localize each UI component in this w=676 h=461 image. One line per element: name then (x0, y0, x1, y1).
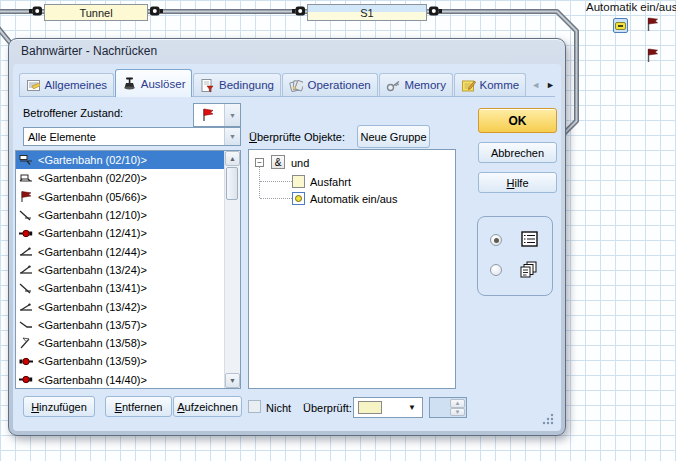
single-view-radio[interactable] (490, 234, 502, 246)
diagonal-track-icon (19, 282, 33, 295)
tab-allgemeines[interactable]: Allgemeines (19, 73, 114, 96)
aufzeichnen-button[interactable]: Aufzeichnen (173, 396, 242, 417)
spinner-down-button[interactable]: ▼ (450, 408, 465, 417)
count-spinner: ▲ ▼ (429, 397, 467, 418)
on-off-switch-icon[interactable] (613, 18, 628, 33)
rail-connector-icon (29, 5, 44, 17)
switch-pad (615, 22, 626, 30)
tab-scroll-left-icon[interactable]: ◄ (531, 80, 540, 90)
block-s1[interactable]: S1 (307, 4, 427, 21)
resize-grip[interactable] (540, 411, 555, 426)
list-view-icon (521, 231, 539, 248)
dialog-titlebar[interactable]: Bahnwärter - Nachrücken (9, 39, 565, 64)
nicht-checkbox[interactable] (248, 400, 261, 413)
tab-label: Auslöser (141, 78, 186, 90)
tree-item-label[interactable]: Ausfahrt (310, 176, 351, 188)
state-combobox[interactable]: ▼ (193, 103, 241, 127)
tab-ausloeser[interactable]: Auslöser (115, 69, 192, 97)
ueberprueft-color-combobox[interactable]: ▼ (353, 397, 423, 418)
rail-connector-icon (427, 5, 442, 17)
list-item[interactable]: <Gartenbahn (13/57)> (16, 316, 225, 334)
arrow-up-icon: ▲ (455, 400, 461, 406)
tree-connector-line (259, 167, 260, 198)
chevron-down-icon[interactable]: ▼ (224, 104, 240, 126)
list-item-label: <Gartenbahn (02/10)> (38, 154, 147, 166)
red-flag-icon[interactable] (645, 47, 660, 63)
scroll-up-button[interactable]: ▲ (225, 151, 240, 166)
tree-collapse-icon[interactable]: − (255, 158, 264, 167)
list-item[interactable]: <Gartenbahn (14/40)> (16, 371, 225, 388)
lever-icon (19, 300, 33, 313)
checked-objects-tree: − & und Ausfahrt Automatik ein/aus (248, 149, 456, 389)
list-item[interactable]: <Gartenbahn (05/66)> (16, 188, 225, 206)
tab-scroll-right-icon[interactable]: ► (546, 80, 555, 90)
tree-root-label[interactable]: und (291, 157, 309, 169)
diagonal-lever-icon (19, 318, 33, 331)
tree-connector-line (260, 198, 292, 199)
list-item[interactable]: <Gartenbahn (12/10)> (16, 206, 225, 224)
chevron-down-icon[interactable]: ▼ (224, 128, 240, 145)
yellow-state-icon (292, 175, 305, 188)
list-item[interactable]: <Gartenbahn (12/44)> (16, 242, 225, 260)
tree-connector-line (260, 181, 292, 182)
tab-label: Memory (404, 79, 446, 91)
spinner-up-button[interactable]: ▲ (450, 399, 465, 408)
block-label: S1 (360, 7, 373, 19)
elements-combobox[interactable]: Alle Elemente ▼ (23, 127, 241, 146)
ueberpruefte-objekte-label: Überprüfte Objekte: (249, 131, 345, 143)
list-item[interactable]: <Gartenbahn (13/58)> (16, 334, 225, 352)
list-item-label: <Gartenbahn (14/40)> (38, 374, 147, 386)
list-item[interactable]: <Gartenbahn (13/41)> (16, 279, 225, 297)
lever-icon (19, 245, 33, 258)
dialog-bahnwaerter-nachruecken: Bahnwärter - Nachrücken Allgemeines Ausl… (8, 38, 566, 436)
list-item-label: <Gartenbahn (13/24)> (38, 264, 147, 276)
scroll-thumb[interactable] (226, 167, 238, 200)
tab-label: Bedingung (219, 79, 274, 91)
diagonal-track-icon (19, 209, 33, 222)
gartenbahn-listbox: <Gartenbahn (02/10)> <Gartenbahn (02/20)… (15, 150, 241, 389)
key-icon (386, 78, 401, 93)
view-options-groupbox (477, 216, 553, 296)
list-item-label: <Gartenbahn (12/10)> (38, 209, 147, 221)
list-item-label: <Gartenbahn (13/58)> (38, 337, 147, 349)
tab-bar: Allgemeines Auslöser Bedingung Operation… (19, 66, 555, 97)
block-label: Tunnel (79, 7, 112, 19)
list-item[interactable]: <Gartenbahn (13/42)> (16, 297, 225, 315)
rail-connector-icon (292, 5, 307, 17)
red-signal-right-icon (19, 355, 33, 368)
tab-label: Allgemeines (44, 79, 107, 91)
list-item[interactable]: <Gartenbahn (13/24)> (16, 261, 225, 279)
and-operator-icon[interactable]: & (271, 155, 285, 169)
tab-operationen[interactable]: Operationen (282, 73, 378, 96)
color-swatch (358, 401, 382, 414)
tab-memory[interactable]: Memory (379, 73, 453, 96)
list-item[interactable]: <Gartenbahn (02/10)> (16, 151, 225, 169)
arrow-up-icon: ▲ (229, 155, 236, 162)
red-signal-left-icon (19, 227, 33, 240)
list-item[interactable]: <Gartenbahn (13/59)> (16, 352, 225, 370)
list-item-label: <Gartenbahn (13/42)> (38, 301, 147, 313)
tab-kommentar[interactable]: Komme (454, 73, 526, 96)
tree-item-label[interactable]: Automatik ein/aus (310, 193, 397, 205)
auto-indicator-icon (292, 192, 305, 205)
arrow-down-icon: ▼ (455, 409, 461, 415)
scroll-down-button[interactable]: ▼ (225, 373, 240, 388)
semaphore-icon (19, 154, 33, 167)
ok-button[interactable]: OK (478, 108, 557, 133)
hilfe-button[interactable]: Hilfe (478, 172, 557, 193)
abbrechen-button[interactable]: Abbrechen (478, 142, 557, 163)
list-item[interactable]: <Gartenbahn (02/20)> (16, 169, 225, 187)
block-tunnel[interactable]: Tunnel (44, 4, 148, 21)
chevron-down-icon: ▼ (408, 403, 416, 412)
entfernen-button[interactable]: Entfernen (105, 396, 172, 417)
list-item[interactable]: <Gartenbahn (12/41)> (16, 224, 225, 242)
stacked-view-radio[interactable] (490, 264, 502, 276)
diagonal-flag-icon (19, 337, 33, 350)
hinzufuegen-button[interactable]: Hinzufügen (23, 396, 95, 417)
list-item-label: <Gartenbahn (05/66)> (38, 191, 147, 203)
list-scrollbar[interactable]: ▲ ▼ (224, 151, 240, 388)
list-item-label: <Gartenbahn (13/59)> (38, 355, 147, 367)
tab-bedingung[interactable]: Bedingung (193, 73, 281, 96)
red-flag-icon[interactable] (645, 16, 660, 32)
neue-gruppe-button[interactable]: Neue Gruppe (357, 125, 430, 148)
